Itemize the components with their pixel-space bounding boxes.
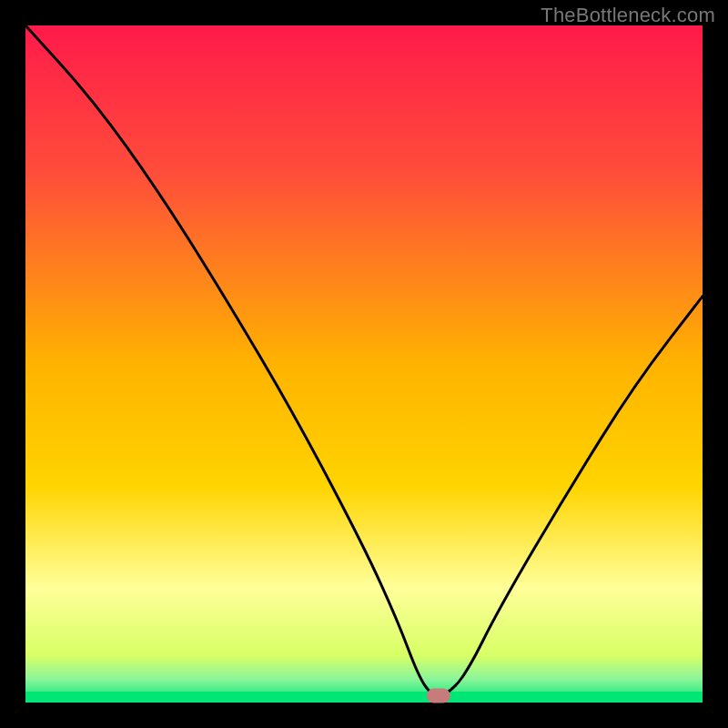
watermark-text: TheBottleneck.com xyxy=(541,4,715,27)
bottleneck-chart xyxy=(0,0,728,728)
svg-rect-1 xyxy=(25,25,703,703)
svg-rect-2 xyxy=(25,692,703,703)
optimal-marker xyxy=(427,689,450,703)
chart-container: TheBottleneck.com xyxy=(0,0,728,728)
